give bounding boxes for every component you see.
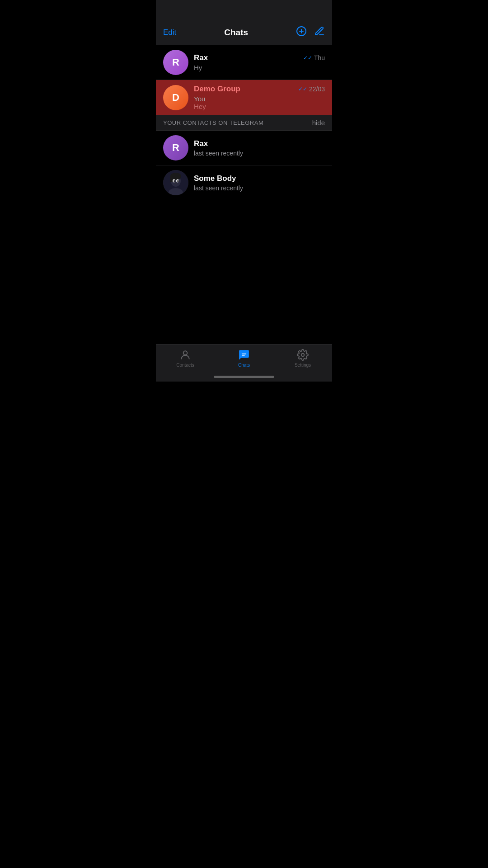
page-title: Chats (224, 28, 248, 38)
chat-item-demo-group[interactable]: D Demo Group ✓✓ 22/03 You Hey (156, 80, 332, 115)
contacts-section-header: YOUR CONTACTS ON TELEGRAM hide (156, 115, 332, 131)
tab-contacts[interactable]: Contacts (156, 349, 215, 368)
chat-preview-demo: Hey (194, 103, 325, 110)
tab-settings-label: Settings (295, 363, 311, 368)
chat-info-rax: Rax ✓✓ Thu Hy (194, 53, 325, 71)
contact-name-rax: Rax (194, 139, 243, 148)
avatar-rax: R (163, 50, 188, 75)
avatar-somebody (163, 170, 188, 195)
svg-point-9 (174, 180, 175, 182)
person-icon (179, 349, 191, 361)
tab-chats[interactable]: Chats (215, 349, 273, 368)
chat-name-row: Rax ✓✓ Thu (194, 53, 325, 62)
chat-bubble-icon (238, 349, 250, 361)
checkmarks-icon-demo: ✓✓ (298, 86, 307, 92)
tab-settings[interactable]: Settings (273, 349, 332, 368)
checkmarks-icon: ✓✓ (303, 55, 312, 61)
edit-button[interactable]: Edit (163, 28, 176, 37)
add-contact-icon[interactable] (296, 26, 307, 39)
nav-actions (296, 26, 325, 39)
chat-preview: Hy (194, 64, 325, 71)
status-bar (156, 0, 332, 20)
chat-sender: You (194, 95, 325, 103)
gear-icon (297, 349, 309, 361)
contact-info-somebody: Some Body last seen recently (194, 174, 243, 192)
chat-name-row-demo: Demo Group ✓✓ 22/03 (194, 85, 325, 94)
compose-icon[interactable] (314, 26, 325, 39)
svg-point-13 (183, 351, 188, 355)
avatar-rax2: R (163, 135, 188, 160)
chat-name: Rax (194, 53, 208, 62)
chat-time-demo: ✓✓ 22/03 (298, 85, 325, 93)
contact-info-rax: Rax last seen recently (194, 139, 243, 157)
home-indicator (214, 376, 274, 378)
tab-contacts-label: Contacts (176, 363, 194, 368)
svg-point-14 (301, 354, 305, 357)
chat-time: ✓✓ Thu (303, 54, 325, 61)
svg-point-10 (177, 180, 179, 182)
chat-info-demo: Demo Group ✓✓ 22/03 You Hey (194, 85, 325, 110)
svg-point-11 (175, 183, 177, 184)
hide-contacts-button[interactable]: hide (312, 119, 325, 127)
chat-list: R Rax ✓✓ Thu Hy D Demo Group ✓✓ 22/03 Y (156, 45, 332, 115)
chat-item-rax[interactable]: R Rax ✓✓ Thu Hy (156, 45, 332, 80)
contact-item-rax[interactable]: R Rax last seen recently (156, 131, 332, 165)
contact-status-somebody: last seen recently (194, 184, 243, 192)
contact-status-rax: last seen recently (194, 150, 243, 157)
contacts-section-title: YOUR CONTACTS ON TELEGRAM (163, 119, 263, 126)
contact-name-somebody: Some Body (194, 174, 243, 183)
tab-chats-label: Chats (238, 363, 250, 368)
chat-name-demo: Demo Group (194, 85, 240, 94)
contact-item-somebody[interactable]: Some Body last seen recently (156, 165, 332, 200)
avatar-demo-group: D (163, 85, 188, 110)
nav-header: Edit Chats (156, 20, 332, 45)
